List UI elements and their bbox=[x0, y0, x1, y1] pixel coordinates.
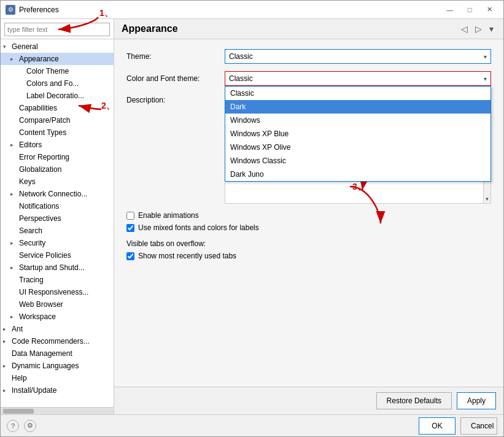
color-font-dropdown[interactable]: Classic ▾ bbox=[225, 71, 491, 86]
sidebar-item-editors[interactable]: ▸ Editors bbox=[1, 139, 114, 151]
window-controls: — □ ✕ bbox=[441, 4, 498, 16]
sidebar-item-keys[interactable]: Keys bbox=[1, 176, 114, 188]
show-recent-tabs-label: Show most recently used tabs bbox=[138, 252, 236, 260]
color-font-control-wrap: Classic ▾ Classic Dark W bbox=[225, 71, 491, 86]
help-icon: ? bbox=[11, 422, 15, 430]
color-font-value: Classic bbox=[229, 74, 253, 83]
show-recent-tabs-checkbox[interactable] bbox=[126, 252, 134, 260]
description-label: Description: bbox=[126, 93, 225, 104]
panel-header: Appearance ◁ ▷ ▾ bbox=[114, 19, 503, 39]
sidebar-label-security: Security bbox=[19, 239, 114, 247]
sidebar-label-help: Help bbox=[12, 374, 114, 382]
sidebar-item-compare-patch[interactable]: Compare/Patch bbox=[1, 114, 114, 126]
nav-forward-button[interactable]: ▷ bbox=[473, 23, 484, 35]
sidebar-item-workspace[interactable]: ▸ Workspace bbox=[1, 311, 114, 323]
color-font-arrow: ▾ bbox=[484, 75, 487, 82]
bottom-bar: Restore Defaults Apply bbox=[114, 387, 503, 414]
sidebar-item-content-types[interactable]: Content Types bbox=[1, 126, 114, 139]
sidebar: ▾ General ▸ Appearance Color Theme Color… bbox=[1, 19, 114, 414]
sidebar-scroll-thumb[interactable] bbox=[3, 409, 34, 414]
sidebar-item-capabilities[interactable]: Capabilities bbox=[1, 102, 114, 114]
sidebar-item-ant[interactable]: ▸ Ant bbox=[1, 323, 114, 335]
checkboxes-section: Enable animations Use mixed fonts and co… bbox=[126, 211, 491, 232]
sidebar-label-appearance: Appearance bbox=[19, 55, 114, 63]
sidebar-label-search: Search bbox=[19, 226, 114, 235]
visible-tabs-label: Visible tabs on overflow: bbox=[126, 239, 491, 248]
settings-footer-button[interactable]: ⚙ bbox=[24, 420, 36, 432]
minimize-button[interactable]: — bbox=[441, 4, 459, 16]
option-dark-juno[interactable]: Dark Juno bbox=[225, 168, 490, 181]
sidebar-item-service-policies[interactable]: Service Policies bbox=[1, 249, 114, 261]
mixed-fonts-checkbox[interactable] bbox=[126, 224, 134, 232]
enable-animations-checkbox[interactable] bbox=[126, 212, 134, 220]
show-recent-tabs-row: Show most recently used tabs bbox=[126, 252, 491, 260]
help-footer-button[interactable]: ? bbox=[7, 420, 19, 432]
panel-nav: ◁ ▷ ▾ bbox=[459, 23, 496, 35]
maximize-button[interactable]: □ bbox=[460, 4, 479, 16]
theme-label: Theme: bbox=[126, 52, 225, 61]
sidebar-item-ui-responsiveness[interactable]: UI Responsiveness... bbox=[1, 286, 114, 298]
enable-animations-row: Enable animations bbox=[126, 211, 491, 220]
scroll-down-arrow[interactable]: ▼ bbox=[485, 196, 490, 202]
color-font-label: Color and Font theme: bbox=[126, 74, 225, 83]
sidebar-label-content-types: Content Types bbox=[19, 128, 114, 137]
apply-button[interactable]: Apply bbox=[457, 392, 496, 409]
close-button[interactable]: ✕ bbox=[480, 4, 498, 16]
theme-dropdown-arrow: ▾ bbox=[484, 53, 487, 60]
sidebar-item-appearance[interactable]: ▸ Appearance bbox=[1, 53, 114, 65]
restore-defaults-button[interactable]: Restore Defaults bbox=[376, 392, 452, 409]
option-windows[interactable]: Windows bbox=[225, 114, 490, 127]
cancel-button[interactable]: Cancel bbox=[460, 417, 497, 435]
sidebar-item-network[interactable]: ▸ Network Connectio... bbox=[1, 188, 114, 200]
nav-back-button[interactable]: ◁ bbox=[459, 23, 470, 35]
sidebar-item-perspectives[interactable]: Perspectives bbox=[1, 212, 114, 225]
color-font-dropdown-list: Classic Dark Windows Windows XP Blue bbox=[225, 86, 491, 182]
settings-icon: ⚙ bbox=[27, 422, 33, 430]
option-dark[interactable]: Dark bbox=[225, 100, 490, 114]
sidebar-label-dynamic-languages: Dynamic Languages bbox=[12, 362, 114, 370]
visible-tabs-section: Visible tabs on overflow: Show most rece… bbox=[126, 239, 491, 260]
sidebar-label-colors-fonts: Colors and Fo... bbox=[26, 79, 114, 88]
sidebar-item-search[interactable]: Search bbox=[1, 225, 114, 237]
option-windows-xp-olive[interactable]: Windows XP Olive bbox=[225, 141, 490, 154]
sidebar-label-capabilities: Capabilities bbox=[19, 104, 114, 112]
sidebar-item-label-decorations[interactable]: Label Decoratio... bbox=[1, 90, 114, 102]
sidebar-label-tracing: Tracing bbox=[19, 276, 114, 284]
theme-value: Classic bbox=[229, 52, 253, 61]
footer: ? ⚙ OK Cancel bbox=[1, 414, 503, 436]
sidebar-label-ui-responsiveness: UI Responsiveness... bbox=[19, 288, 114, 296]
sidebar-label-editors: Editors bbox=[19, 141, 114, 149]
sidebar-item-globalization[interactable]: Globalization bbox=[1, 163, 114, 176]
filter-input[interactable] bbox=[4, 23, 110, 36]
ok-button[interactable]: OK bbox=[419, 417, 456, 435]
sidebar-label-compare-patch: Compare/Patch bbox=[19, 116, 114, 125]
sidebar-label-color-theme: Color Theme bbox=[26, 67, 114, 75]
sidebar-item-startup[interactable]: ▸ Startup and Shutd... bbox=[1, 261, 114, 274]
sidebar-item-code-recommenders[interactable]: ▸ Code Recommenders... bbox=[1, 335, 114, 347]
main-content: ▾ General ▸ Appearance Color Theme Color… bbox=[1, 19, 503, 414]
window-title: Preferences bbox=[19, 6, 441, 14]
option-windows-classic[interactable]: Windows Classic bbox=[225, 154, 490, 168]
sidebar-item-general[interactable]: ▾ General bbox=[1, 41, 114, 53]
sidebar-item-security[interactable]: ▸ Security bbox=[1, 237, 114, 249]
sidebar-item-tracing[interactable]: Tracing bbox=[1, 274, 114, 286]
sidebar-item-help[interactable]: Help bbox=[1, 372, 114, 384]
sidebar-item-dynamic-languages[interactable]: ▸ Dynamic Languages bbox=[1, 360, 114, 372]
sidebar-item-colors-fonts[interactable]: Colors and Fo... bbox=[1, 77, 114, 90]
sidebar-item-error-reporting[interactable]: Error Reporting bbox=[1, 151, 114, 163]
sidebar-label-error-reporting: Error Reporting bbox=[19, 153, 114, 161]
nav-dropdown-button[interactable]: ▾ bbox=[487, 23, 496, 35]
sidebar-item-data-management[interactable]: Data Management bbox=[1, 347, 114, 360]
sidebar-tree: ▾ General ▸ Appearance Color Theme Color… bbox=[1, 39, 114, 407]
theme-dropdown[interactable]: Classic ▾ bbox=[225, 49, 491, 64]
mixed-fonts-row: Use mixed fonts and colors for labels bbox=[126, 223, 491, 232]
sidebar-item-web-browser[interactable]: Web Browser bbox=[1, 298, 114, 311]
sidebar-label-globalization: Globalization bbox=[19, 165, 114, 174]
sidebar-item-notifications[interactable]: Notifications bbox=[1, 200, 114, 212]
sidebar-horizontal-scrollbar[interactable] bbox=[1, 407, 114, 414]
option-windows-xp-blue[interactable]: Windows XP Blue bbox=[225, 127, 490, 141]
sidebar-item-install-update[interactable]: ▸ Install/Update bbox=[1, 384, 114, 396]
sidebar-label-install-update: Install/Update bbox=[12, 386, 114, 395]
sidebar-item-color-theme[interactable]: Color Theme bbox=[1, 65, 114, 77]
option-classic[interactable]: Classic bbox=[225, 87, 490, 100]
